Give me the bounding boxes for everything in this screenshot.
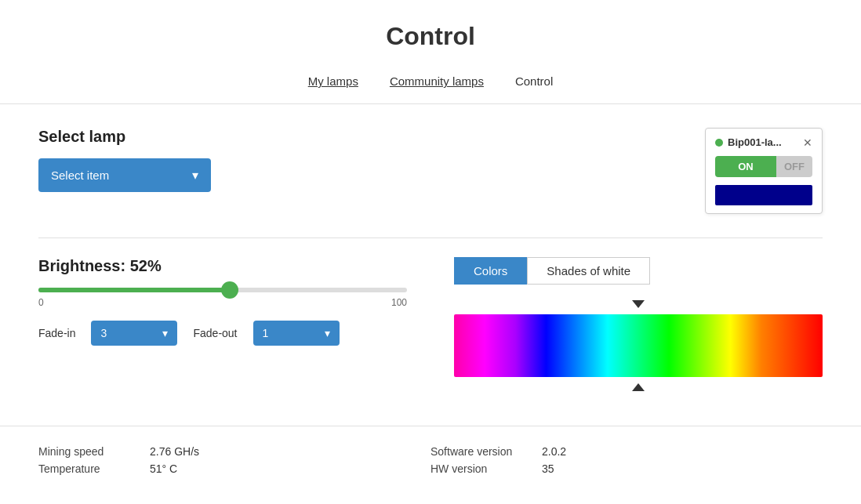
left-panel: Select lamp Select item ▾ <box>38 128 705 192</box>
fade-row: Fade-in 3 ▾ Fade-out 1 ▾ <box>38 321 407 346</box>
color-arrow-bottom <box>454 380 823 394</box>
nav-control[interactable]: Control <box>515 74 553 88</box>
fade-out-value: 1 <box>263 327 269 339</box>
nav-community-lamps[interactable]: Community lamps <box>390 74 484 88</box>
color-panel: Colors Shades of white <box>454 257 823 394</box>
lamp-color-bar <box>715 185 812 205</box>
bottom-section: Brightness: 52% 0 100 Fade-in 3 ▾ Fade-o… <box>38 257 823 418</box>
toggle-row: ON OFF <box>715 156 812 177</box>
color-gradient-bar[interactable] <box>454 314 823 377</box>
sw-version-key: Software version <box>430 445 532 458</box>
fade-in-label: Fade-in <box>38 327 75 339</box>
footer-divider <box>0 426 861 426</box>
slider-fill <box>38 288 230 292</box>
brightness-panel: Brightness: 52% 0 100 Fade-in 3 ▾ Fade-o… <box>38 257 407 346</box>
status-dot <box>715 139 723 147</box>
select-item-dropdown[interactable]: Select item ▾ <box>38 158 211 192</box>
slider-range-labels: 0 100 <box>38 297 407 308</box>
page-title: Control <box>0 0 861 67</box>
brightness-label: Brightness: 52% <box>38 257 407 275</box>
arrow-up-icon <box>632 383 645 391</box>
chevron-down-icon: ▾ <box>192 168 198 183</box>
slider-thumb[interactable] <box>221 281 238 299</box>
tab-shades-of-white[interactable]: Shades of white <box>527 257 650 285</box>
fade-in-chevron-icon: ▾ <box>162 327 168 339</box>
hw-version-value: 35 <box>542 462 554 475</box>
sw-version-value: 2.0.2 <box>542 445 566 458</box>
color-tabs: Colors Shades of white <box>454 257 823 285</box>
section-divider <box>38 237 823 238</box>
toggle-switch[interactable]: ON OFF <box>715 156 812 177</box>
fade-out-chevron-icon: ▾ <box>325 327 330 339</box>
lamp-name-row: Bip001-la... <box>715 136 782 148</box>
footer-col-2: Software version 2.0.2 HW version 35 <box>430 445 823 480</box>
nav-my-lamps[interactable]: My lamps <box>308 74 358 88</box>
footer-row-mining: Mining speed 2.76 GH/s <box>38 445 430 458</box>
fade-in-select[interactable]: 3 ▾ <box>91 321 177 346</box>
brightness-slider-container <box>38 288 407 292</box>
fade-in-value: 3 <box>100 327 107 339</box>
toggle-off-label[interactable]: OFF <box>776 156 812 177</box>
mining-speed-key: Mining speed <box>38 445 140 458</box>
fade-out-select[interactable]: 1 ▾ <box>253 321 340 346</box>
arrow-down-icon <box>632 300 645 308</box>
fade-out-label: Fade-out <box>193 327 237 339</box>
footer-col-1: Mining speed 2.76 GH/s Temperature 51° C <box>38 445 430 480</box>
lamp-name: Bip001-la... <box>728 136 782 148</box>
slider-max-label: 100 <box>391 297 407 308</box>
select-item-text: Select item <box>51 169 109 182</box>
top-section: Select lamp Select item ▾ Bip001-la... ✕ <box>38 128 823 214</box>
color-arrow-top <box>454 297 823 311</box>
footer-row-hw: HW version 35 <box>430 462 823 475</box>
tab-colors[interactable]: Colors <box>454 257 527 285</box>
temperature-key: Temperature <box>38 462 140 475</box>
main-nav: My lamps Community lamps Control <box>0 67 861 104</box>
footer-row-sw: Software version 2.0.2 <box>430 445 823 458</box>
mining-speed-value: 2.76 GH/s <box>150 445 199 458</box>
select-lamp-label: Select lamp <box>38 128 705 146</box>
footer-row-temp: Temperature 51° C <box>38 462 430 475</box>
temperature-value: 51° C <box>150 462 177 475</box>
lamp-card: Bip001-la... ✕ ON OFF <box>705 128 823 214</box>
color-selector <box>454 297 823 394</box>
right-panel: Bip001-la... ✕ ON OFF <box>705 128 823 214</box>
slider-min-label: 0 <box>38 297 44 308</box>
toggle-on-label[interactable]: ON <box>715 156 776 177</box>
lamp-card-header: Bip001-la... ✕ <box>715 136 812 148</box>
main-content: Select lamp Select item ▾ Bip001-la... ✕ <box>15 104 846 418</box>
footer-info: Mining speed 2.76 GH/s Temperature 51° C… <box>15 434 846 495</box>
close-icon[interactable]: ✕ <box>803 137 812 148</box>
hw-version-key: HW version <box>430 462 532 475</box>
slider-track[interactable] <box>38 288 407 292</box>
